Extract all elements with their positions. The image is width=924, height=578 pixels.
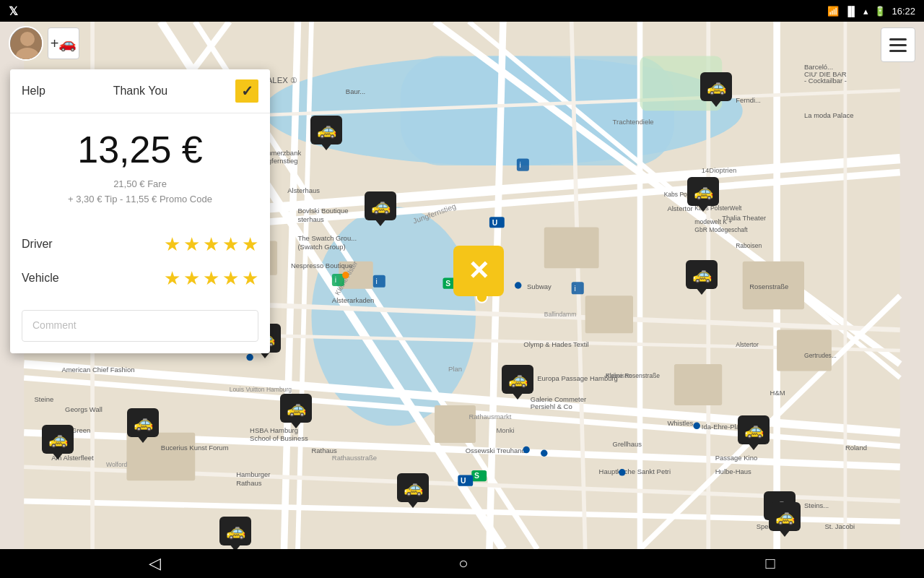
svg-text:School of Business: School of Business xyxy=(250,434,308,442)
vehicle-star-5[interactable]: ★ xyxy=(242,267,258,290)
driver-star-4[interactable]: ★ xyxy=(222,233,239,256)
svg-text:Alstertor: Alstertor xyxy=(736,341,759,348)
driver-star-2[interactable]: ★ xyxy=(183,233,200,256)
bluetooth-icon: 📶 xyxy=(827,6,839,17)
svg-text:The Swatch Grou...: The Swatch Grou... xyxy=(297,234,357,242)
svg-text:Ossewski Treuhand: Ossewski Treuhand xyxy=(466,447,526,454)
car-marker[interactable]: 🚕 xyxy=(769,502,801,531)
car-marker[interactable]: 🚕 xyxy=(365,191,396,220)
svg-rect-37 xyxy=(674,364,722,405)
car-marker[interactable]: 🚕 xyxy=(700,72,732,101)
svg-rect-39 xyxy=(435,405,476,443)
svg-text:S: S xyxy=(445,280,450,288)
svg-text:S: S xyxy=(474,472,479,480)
svg-text:modewelt K +: modewelt K + xyxy=(694,218,732,225)
svg-text:Hulbe-Haus: Hulbe-Haus xyxy=(715,467,751,475)
svg-text:Louis Vuitton Hamburg: Louis Vuitton Hamburg xyxy=(230,386,292,393)
svg-rect-123 xyxy=(373,275,385,288)
recents-button[interactable]: □ xyxy=(766,554,775,573)
confirm-button[interactable] xyxy=(235,79,258,103)
driver-star-5[interactable]: ★ xyxy=(242,233,258,256)
svg-text:Hamburger: Hamburger xyxy=(236,470,270,478)
driver-rating-row: Driver ★ ★ ★ ★ ★ xyxy=(22,228,258,262)
ratings-section: Driver ★ ★ ★ ★ ★ Vehicle ★ ★ ★ ★ ★ xyxy=(10,219,270,304)
car-marker[interactable]: 🚕 xyxy=(219,517,251,545)
svg-point-131 xyxy=(693,423,699,429)
svg-rect-121 xyxy=(517,159,529,171)
svg-text:Steine: Steine xyxy=(34,395,53,403)
svg-text:Gertrudes...: Gertrudes... xyxy=(804,352,837,359)
svg-text:14Dioptrien: 14Dioptrien xyxy=(702,166,736,174)
car-marker[interactable]: 🚕 xyxy=(502,365,533,394)
svg-point-132 xyxy=(619,469,625,475)
driver-star-3[interactable]: ★ xyxy=(203,233,219,256)
svg-text:Ballindamm: Ballindamm xyxy=(544,311,577,318)
trip-price: 13,25 € xyxy=(10,113,270,177)
fare-label: 21,50 € Fare xyxy=(22,177,258,192)
svg-text:Plan: Plan xyxy=(448,365,462,373)
wifi-icon: ▴ xyxy=(863,6,868,17)
svg-text:i: i xyxy=(574,285,575,293)
svg-rect-34 xyxy=(585,296,633,333)
vehicle-star-2[interactable]: ★ xyxy=(183,267,200,290)
svg-text:H&M: H&M xyxy=(770,389,785,397)
svg-text:- Cocktailbar -: - Cocktailbar - xyxy=(804,77,847,85)
car-marker[interactable]: 🚕 xyxy=(397,473,429,502)
svg-text:Roland: Roland xyxy=(845,444,867,452)
top-bar: +🚗 Store Hamburg xyxy=(0,22,924,65)
svg-text:Trachtendiele: Trachtendiele xyxy=(613,118,654,126)
car-marker[interactable]: 🚕 xyxy=(42,425,74,454)
svg-text:U: U xyxy=(461,477,466,485)
status-bar: 𝕏 📶 ▐▌ ▴ 🔋 16:22 xyxy=(0,0,924,22)
nav-bar: ◁ ○ □ xyxy=(0,549,924,578)
svg-text:U: U xyxy=(492,219,498,227)
car-marker[interactable]: 🚕 xyxy=(687,177,719,206)
svg-point-129 xyxy=(515,282,521,288)
car-marker[interactable]: 🚕 xyxy=(310,116,342,144)
svg-text:Rathausmarkt: Rathausmarkt xyxy=(468,413,511,420)
svg-point-128 xyxy=(246,354,253,361)
car-marker[interactable]: 🚕 xyxy=(280,394,312,423)
svg-rect-33 xyxy=(544,227,599,268)
back-button[interactable]: ◁ xyxy=(149,554,161,573)
car-marker[interactable]: 🚕 xyxy=(686,260,718,289)
svg-text:Monki: Monki xyxy=(496,426,514,434)
driver-label: Driver xyxy=(22,238,53,251)
svg-text:American Chief Fashion: American Chief Fashion xyxy=(61,366,134,374)
vehicle-star-1[interactable]: ★ xyxy=(164,267,180,290)
svg-text:Ferndi...: Ferndi... xyxy=(736,96,761,104)
svg-text:Persiehl & Co: Persiehl & Co xyxy=(531,402,572,410)
thank-you-label: Thank You xyxy=(113,85,168,98)
svg-text:Baur...: Baur... xyxy=(346,87,365,95)
svg-point-133 xyxy=(523,447,529,453)
menu-button[interactable] xyxy=(881,27,915,62)
vehicle-star-4[interactable]: ★ xyxy=(222,267,239,290)
comment-input[interactable]: Comment xyxy=(22,310,258,342)
menu-line-bot xyxy=(889,50,907,52)
svg-text:Passage Kino: Passage Kino xyxy=(715,454,757,462)
car-marker[interactable]: 🚕 xyxy=(738,415,770,444)
car-marker[interactable]: 🚕 xyxy=(127,408,159,437)
add-car-button[interactable]: +🚗 xyxy=(48,27,79,59)
home-button[interactable]: ○ xyxy=(458,554,468,573)
driver-star-1[interactable]: ★ xyxy=(164,233,180,256)
help-label[interactable]: Help xyxy=(22,85,45,98)
svg-text:Subway: Subway xyxy=(527,282,552,290)
avatar[interactable] xyxy=(9,26,43,61)
svg-point-135 xyxy=(20,32,35,46)
vehicle-stars[interactable]: ★ ★ ★ ★ ★ xyxy=(164,267,258,290)
svg-text:Rosenstraße: Rosenstraße xyxy=(749,282,788,290)
menu-line-top xyxy=(889,38,907,40)
svg-text:Steins...: Steins... xyxy=(804,501,829,509)
svg-text:Rathausstraße: Rathausstraße xyxy=(332,454,377,462)
signal-bars-icon: ▐▌ xyxy=(845,6,858,17)
vehicle-star-3[interactable]: ★ xyxy=(203,267,219,290)
current-location-marker[interactable]: ✕ xyxy=(453,246,504,296)
svg-text:La moda Palace: La moda Palace xyxy=(804,111,853,119)
driver-stars[interactable]: ★ ★ ★ ★ ★ xyxy=(164,233,258,256)
svg-text:St. Jacobi: St. Jacobi xyxy=(824,522,855,530)
svg-text:Bucerius Kunst Forum: Bucerius Kunst Forum xyxy=(161,444,229,452)
menu-line-mid xyxy=(889,44,907,46)
svg-text:Raboisen: Raboisen xyxy=(736,242,762,249)
x-logo-icon: 𝕏 xyxy=(9,4,18,18)
